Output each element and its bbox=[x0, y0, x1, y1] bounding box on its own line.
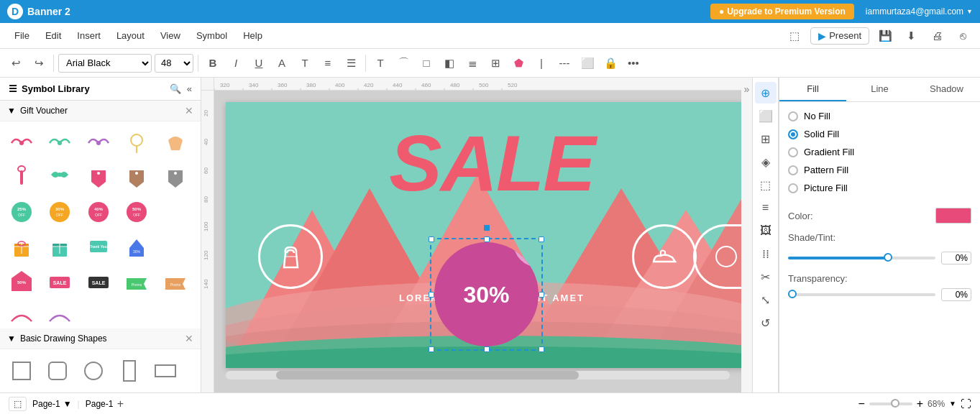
tab-line[interactable]: Line bbox=[846, 78, 913, 101]
tool-arrow[interactable]: ⊕ bbox=[755, 82, 777, 104]
tool-photo[interactable]: 🖼 bbox=[755, 220, 777, 242]
symbol-badge-25[interactable]: 25%OFF bbox=[6, 196, 37, 228]
fill-color-button[interactable]: ⬟ bbox=[508, 53, 528, 73]
symbol-bow-green[interactable] bbox=[44, 162, 75, 193]
zoom-in-icon[interactable]: + bbox=[917, 397, 923, 410]
symbol-gift-2[interactable] bbox=[44, 231, 75, 262]
basic-shapes-close[interactable]: ✕ bbox=[185, 333, 193, 344]
scrollbar-thumb[interactable] bbox=[276, 371, 579, 380]
tool-layers[interactable]: ◈ bbox=[755, 151, 777, 172]
dash-button[interactable]: --- bbox=[554, 53, 574, 73]
zoom-thumb[interactable] bbox=[891, 399, 899, 408]
fill-option-none[interactable]: No Fill bbox=[788, 111, 971, 121]
share-icon[interactable]: ⎋ bbox=[953, 26, 973, 46]
fill-option-solid[interactable]: Solid Fill bbox=[788, 129, 971, 139]
shape-wide-rect[interactable] bbox=[150, 355, 181, 387]
tab-fill[interactable]: Fill bbox=[779, 78, 846, 101]
page-icon-btn[interactable]: ⬚ bbox=[9, 397, 27, 411]
save-icon[interactable]: 💾 bbox=[875, 26, 895, 46]
canvas-scroll-area[interactable]: SALE LOREM IPSUM DOLOR SIT AMET bbox=[214, 91, 741, 392]
search-icon[interactable]: 🔍 bbox=[170, 83, 181, 94]
transparency-thumb[interactable] bbox=[788, 290, 797, 298]
lock-button[interactable]: 🔒 bbox=[600, 53, 620, 73]
symbol-badge-50[interactable]: 50%OFF bbox=[121, 196, 152, 228]
fill-option-pattern[interactable]: Pattern Fill bbox=[788, 165, 971, 175]
line-color-button[interactable]: | bbox=[531, 53, 551, 73]
symbol-banner-orange[interactable]: Promo bbox=[160, 265, 191, 297]
page-dropdown-arrow[interactable]: ▼ bbox=[63, 399, 72, 409]
user-email[interactable]: iammurtaza4@gmail.com bbox=[866, 6, 973, 17]
tool-group[interactable]: ⁞⁞ bbox=[755, 243, 777, 264]
tool-frame[interactable]: ⬚ bbox=[755, 174, 777, 196]
shade-slider[interactable] bbox=[788, 257, 935, 259]
zoom-dropdown[interactable]: ▼ bbox=[949, 400, 956, 408]
download-icon[interactable]: ⬇ bbox=[901, 26, 921, 46]
symbol-ribbon-1[interactable] bbox=[6, 127, 37, 159]
menu-file[interactable]: File bbox=[7, 27, 37, 44]
symbol-banner-green[interactable]: Promo bbox=[121, 265, 152, 297]
page-selector[interactable]: Page-1 ▼ bbox=[32, 399, 72, 409]
symbol-badge-sale-2[interactable]: SALE bbox=[44, 265, 75, 297]
more-button[interactable]: ••• bbox=[623, 53, 644, 73]
radio-solid-fill[interactable] bbox=[788, 129, 798, 139]
fill-option-picture[interactable]: Picture Fill bbox=[788, 183, 971, 193]
menu-view[interactable]: View bbox=[153, 27, 188, 44]
symbol-ribbon-2[interactable] bbox=[44, 127, 75, 159]
symbol-arc-1[interactable] bbox=[6, 300, 37, 328]
tool-stack[interactable]: ≡ bbox=[755, 197, 777, 218]
crop-button[interactable]: ⊞ bbox=[485, 53, 505, 73]
text-box-button[interactable]: T bbox=[370, 53, 390, 73]
zoom-slider[interactable] bbox=[869, 402, 912, 405]
symbol-badge-30[interactable]: 30%OFF bbox=[44, 196, 75, 228]
symbol-thankyou[interactable]: Thank You! bbox=[83, 231, 114, 262]
banner-canvas[interactable]: SALE LOREM IPSUM DOLOR SIT AMET bbox=[226, 102, 741, 368]
shape-circle[interactable] bbox=[78, 355, 109, 387]
radio-no-fill[interactable] bbox=[788, 111, 798, 121]
fullscreen-btn[interactable]: ⛶ bbox=[961, 397, 971, 410]
symbol-candy[interactable] bbox=[6, 162, 37, 193]
basic-shapes-section[interactable]: ▼ Basic Drawing Shapes ✕ bbox=[0, 328, 201, 349]
shade-thumb[interactable] bbox=[884, 253, 892, 262]
radio-picture-fill[interactable] bbox=[788, 183, 798, 193]
menu-layout[interactable]: Layout bbox=[109, 27, 152, 44]
tool-history[interactable]: ↺ bbox=[755, 312, 777, 334]
symbol-tag-brown[interactable] bbox=[121, 162, 152, 193]
scrollbar-h[interactable] bbox=[226, 371, 730, 380]
symbol-badge-sale-3[interactable]: SALE bbox=[83, 265, 114, 297]
transparency-slider[interactable] bbox=[788, 293, 935, 296]
symbol-badge-sale-red[interactable]: 50% bbox=[6, 265, 37, 297]
collapse-icon[interactable]: « bbox=[187, 83, 192, 94]
rotation-handle[interactable] bbox=[484, 225, 490, 231]
list-button[interactable]: ≣ bbox=[462, 53, 482, 73]
symbol-empty-2[interactable] bbox=[160, 231, 191, 262]
tool-crop[interactable]: ✂ bbox=[755, 266, 777, 288]
clip-button[interactable]: ⬜ bbox=[577, 53, 597, 73]
curve-button[interactable]: ⌒ bbox=[393, 53, 413, 73]
italic-button[interactable]: I bbox=[226, 53, 246, 73]
shade-input[interactable] bbox=[941, 252, 971, 264]
fill-option-gradient[interactable]: Gradient Fill bbox=[788, 147, 971, 157]
text-style-button[interactable]: T bbox=[295, 53, 315, 73]
align-button[interactable]: ≡ bbox=[318, 53, 338, 73]
shoe-circle[interactable] bbox=[632, 224, 697, 289]
shadow-button[interactable]: ◧ bbox=[439, 53, 459, 73]
tool-grid[interactable]: ⊞ bbox=[755, 128, 777, 150]
sale-text[interactable]: SALE bbox=[389, 124, 594, 203]
symbol-ribbon-4[interactable] bbox=[121, 127, 152, 159]
zoom-out-icon[interactable]: − bbox=[858, 397, 864, 410]
symbol-gift-1[interactable] bbox=[6, 231, 37, 262]
sticker-container[interactable]: 30% bbox=[434, 242, 539, 346]
print-icon[interactable]: 🖨 bbox=[927, 26, 947, 46]
shape-square[interactable] bbox=[6, 355, 37, 387]
shape-tall-rect[interactable] bbox=[114, 355, 145, 387]
menu-help[interactable]: Help bbox=[236, 27, 270, 44]
symbol-tag-gray[interactable] bbox=[160, 162, 191, 193]
shape-rounded-rect[interactable] bbox=[42, 355, 73, 387]
menu-symbol[interactable]: Symbol bbox=[189, 27, 234, 44]
tool-image[interactable]: ⬜ bbox=[755, 105, 777, 126]
gift-voucher-section[interactable]: ▼ Gift Voucher ✕ bbox=[0, 101, 201, 121]
tool-resize[interactable]: ⤡ bbox=[755, 289, 777, 310]
radio-pattern-fill[interactable] bbox=[788, 165, 798, 175]
symbol-arc-2[interactable] bbox=[44, 300, 75, 328]
present-button[interactable]: ▶ Present bbox=[810, 27, 869, 45]
